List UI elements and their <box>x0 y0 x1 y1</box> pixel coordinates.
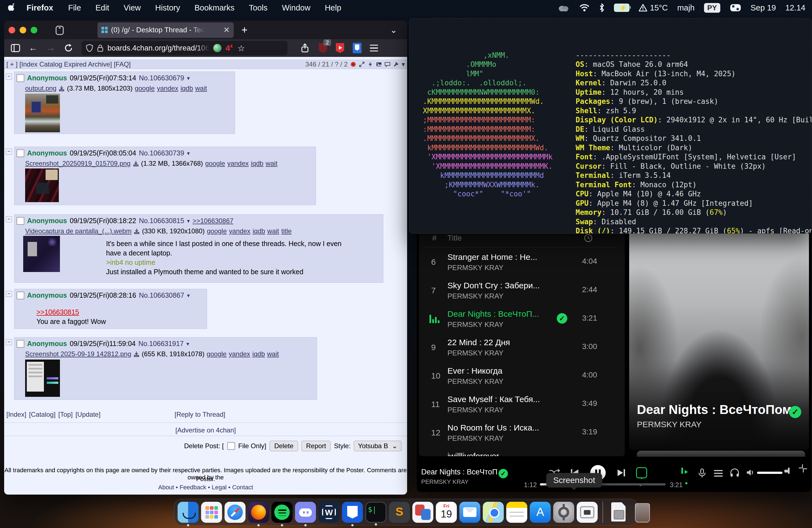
footer-nav-link[interactable]: [Index] <box>6 411 26 419</box>
app-menu-icon[interactable] <box>370 45 378 52</box>
dock-item-sublime[interactable]: S <box>389 502 410 523</box>
page-action-globe-icon[interactable] <box>213 44 221 52</box>
track-artist[interactable]: PERMSKY KRAY <box>447 406 504 414</box>
delete-button[interactable]: Delete <box>270 441 298 451</box>
dock-item-notes[interactable] <box>506 502 527 523</box>
now-playing-artist[interactable]: PERMSKY KRAY <box>637 420 701 429</box>
track-title[interactable]: 22 Mind : 22 Дня <box>447 338 510 347</box>
collapse-post-button[interactable]: − <box>6 291 12 297</box>
close-window-button[interactable] <box>9 27 15 33</box>
post-checkbox[interactable] <box>17 74 24 82</box>
active-tab[interactable]: (0) /g/ - Desktop Thread - Technol ✕ <box>98 23 234 38</box>
search-yandex-link[interactable]: yandex <box>157 85 178 92</box>
file-link[interactable]: output.png <box>25 85 56 92</box>
track-row[interactable]: 11 Save Myself : Как Тебя... PERMSKY KRA… <box>419 391 625 419</box>
post-menu-caret[interactable]: ▾ <box>187 75 190 82</box>
search-google-link[interactable]: google <box>135 85 155 92</box>
dock-item-iterm[interactable]: $| <box>365 502 387 523</box>
wifi-icon[interactable] <box>579 4 590 12</box>
dock-item-bitwarden[interactable] <box>342 502 363 523</box>
track-title[interactable]: Dear Nights : ВсеЧтоП... <box>447 309 539 319</box>
dock-item-settings[interactable] <box>553 502 574 523</box>
miniplayer-icon[interactable] <box>788 468 789 473</box>
tracking-shield-icon[interactable] <box>86 44 93 52</box>
lock-icon[interactable] <box>97 44 104 52</box>
post-thumbnail[interactable] <box>25 168 59 202</box>
style-select[interactable]: Yotsuba B⌄ <box>354 441 402 451</box>
firefox-view-icon[interactable] <box>55 25 64 35</box>
dock-item-spotify[interactable] <box>272 502 292 523</box>
comment-icon[interactable] <box>385 61 391 68</box>
menu-item[interactable]: Bookmarks <box>187 3 242 12</box>
collapse-post-button[interactable]: − <box>6 73 12 79</box>
extension-adblock-youtube-icon[interactable] <box>334 43 346 54</box>
clock-time[interactable]: 12.14 <box>785 3 806 12</box>
post-checkbox[interactable] <box>17 217 24 225</box>
track-row[interactable]: 9 22 Mind : 22 Дня PERMSKY KRAY 3:00 <box>419 334 625 362</box>
player-track-artist[interactable]: PERMSKY KRAY <box>421 478 469 485</box>
post-checkbox[interactable] <box>17 292 24 299</box>
footer-nav-link[interactable]: [Update] <box>75 411 101 419</box>
menu-app-name[interactable]: Firefox <box>19 3 61 12</box>
new-tab-button[interactable]: + <box>242 24 247 36</box>
dock-item-appstore[interactable]: A <box>530 502 551 523</box>
extension-bitwarden-icon[interactable] <box>352 43 363 54</box>
tab-list-chevron-icon[interactable]: ⌄ <box>390 25 397 35</box>
collapse-post-button[interactable]: − <box>6 339 12 345</box>
volume-icon[interactable] <box>746 468 754 476</box>
now-playing-video-panel[interactable]: Dear Nights : ВсеЧтоПомс PERMSKY KRAY ✓ <box>629 223 809 450</box>
track-title[interactable]: iwillliveforever <box>447 452 499 456</box>
dock-item-maps[interactable] <box>483 502 504 523</box>
dock-item-trash[interactable] <box>632 502 652 523</box>
share-icon[interactable] <box>299 43 311 53</box>
track-artist[interactable]: PERMSKY KRAY <box>447 263 504 272</box>
track-row[interactable]: Dear Nights : ВсеЧтоП... PERMSKY KRAY ✓ … <box>419 305 625 334</box>
download-icon[interactable] <box>133 351 140 357</box>
quote-link[interactable]: >>106630815 <box>37 307 106 317</box>
backlink[interactable]: >>106630867 <box>192 217 233 225</box>
track-title[interactable]: No Room for Us : Иска... <box>447 423 539 432</box>
track-title[interactable]: Sky Don't Cry : Забери... <box>447 281 540 290</box>
download-icon[interactable] <box>134 228 140 234</box>
saved-check-icon[interactable]: ✓ <box>498 469 508 478</box>
dock-item-discord[interactable] <box>295 502 316 523</box>
nav-caret[interactable]: ▾ <box>402 60 405 68</box>
dock-item-safari[interactable] <box>224 502 246 523</box>
reply-to-thread-link[interactable]: [Reply to Thread] <box>175 411 226 419</box>
weather-cloud-icon[interactable] <box>557 4 570 12</box>
post-checkbox[interactable] <box>17 149 24 157</box>
duration-clock-icon[interactable] <box>584 234 593 243</box>
file-link[interactable]: Screenshot_20250919_015709.png <box>25 160 131 167</box>
menu-item[interactable]: Window <box>275 3 318 12</box>
gallery-icon[interactable] <box>376 61 382 68</box>
control-center-icon[interactable] <box>730 4 741 12</box>
download-icon[interactable] <box>59 85 64 91</box>
lyrics-icon[interactable] <box>636 467 647 478</box>
tab-close-icon[interactable]: ✕ <box>223 25 230 34</box>
zoom-window-button[interactable] <box>31 27 37 33</box>
track-artist[interactable]: PERMSKY KRAY <box>447 434 504 443</box>
file-link[interactable]: Videocaptura de pantalla_(...).webm <box>25 227 131 235</box>
expand-icon[interactable] <box>359 61 365 68</box>
menu-item[interactable]: Edit <box>88 3 116 12</box>
dock-item-launchpad[interactable] <box>201 502 222 523</box>
menu-item[interactable]: Tools <box>242 3 275 12</box>
file-only-checkbox[interactable] <box>227 442 235 450</box>
track-title[interactable]: Stranger at Home : Не... <box>447 252 537 262</box>
unread-eye-icon[interactable] <box>350 61 356 68</box>
dock-item-dmg[interactable] <box>608 502 629 523</box>
url-bar[interactable]: boards.4chan.org/g/thread/106 44 ☆ <box>82 41 288 55</box>
download-icon[interactable] <box>133 160 139 166</box>
next-up-card[interactable] <box>637 451 805 457</box>
nav-faq-link[interactable]: [FAQ] <box>114 60 131 68</box>
dock-item-windscribe[interactable]: W <box>318 502 339 523</box>
weather-status[interactable]: 15°C <box>639 3 668 12</box>
report-button[interactable]: Report <box>301 441 331 451</box>
track-artist[interactable]: PERMSKY KRAY <box>447 320 504 329</box>
nav-boards-link[interactable]: [Index Catalog Expired Archive] <box>19 60 112 68</box>
dock-item-calendar[interactable]: Fri 19 <box>436 502 457 523</box>
track-row[interactable]: 13 iwillliveforever PERMSKY KRAY 3:06 <box>419 448 625 456</box>
track-artist[interactable]: PERMSKY KRAY <box>447 292 504 300</box>
microphone-lyrics-icon[interactable] <box>698 468 706 478</box>
bookmark-star-icon[interactable]: ☆ <box>237 43 245 53</box>
